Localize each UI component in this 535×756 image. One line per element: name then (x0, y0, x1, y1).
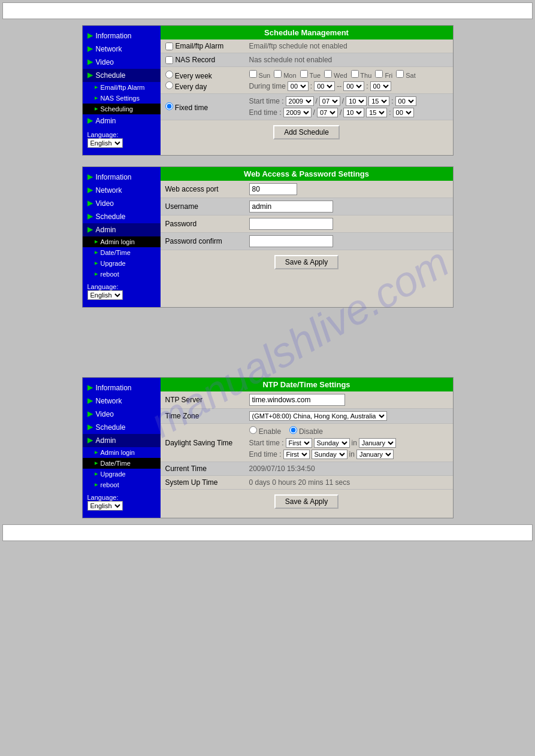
sidebar-subitem-scheduling-1[interactable]: Scheduling (83, 104, 161, 114)
sidebar-subitem-datetime-3[interactable]: Date/Time (83, 458, 161, 469)
web-access-header: Web Access & Password Settings (161, 167, 453, 181)
sidebar-item-network-2[interactable]: Network (83, 184, 161, 197)
top-bar (2, 2, 533, 19)
username-input[interactable] (249, 201, 333, 212)
table-row: Web access port (161, 181, 453, 198)
table-row: NAS Record Nas schedule not enabled (161, 53, 453, 67)
sidebar-item-video-3[interactable]: Video (83, 408, 161, 421)
wed-checkbox[interactable] (324, 70, 332, 78)
fri-checkbox[interactable] (375, 70, 383, 78)
start-year-select[interactable]: 2009 (286, 96, 314, 106)
sidebar-item-admin-1[interactable]: Admin (83, 114, 161, 127)
start-min-select[interactable]: 00 (395, 96, 416, 106)
end-day-select[interactable]: 10 (343, 108, 364, 117)
table-row: NTP Server (161, 391, 453, 409)
sidebar-subitem-nassettings-1[interactable]: NAS Settings (83, 93, 161, 104)
sidebar-item-schedule-1[interactable]: Schedule (83, 69, 161, 82)
schedule-management-panel: Information Network Video Schedule Email… (82, 25, 454, 156)
sidebar-item-information-2[interactable]: Information (83, 171, 161, 184)
arrow-icon (87, 59, 93, 65)
sub-arrow-icon (95, 86, 98, 89)
sidebar-item-network-3[interactable]: Network (83, 394, 161, 408)
sidebar-item-network-1[interactable]: Network (83, 42, 161, 56)
dst-end-day-select[interactable]: Sunday (312, 450, 347, 459)
dst-end-month-select[interactable]: January (356, 450, 394, 459)
dst-start-month-select[interactable]: January (359, 438, 396, 448)
fixed-time-row: Fixed time Start time : 2009/ 07/ 10 15:… (161, 94, 453, 120)
tue-checkbox[interactable] (300, 70, 308, 78)
daylight-disable-radio[interactable] (289, 426, 297, 434)
schedule-table: Email/ftp Alarm Email/ftp schedule not e… (161, 40, 453, 120)
language-select-2[interactable]: English (87, 290, 123, 300)
password-confirm-input[interactable] (249, 235, 333, 247)
end-month-select[interactable]: 07 (317, 108, 338, 117)
mon-checkbox[interactable] (274, 70, 282, 78)
ntp-server-input[interactable] (249, 394, 345, 406)
arrow-icon (87, 411, 93, 417)
every-week-radio[interactable] (165, 71, 173, 78)
thu-checkbox[interactable] (351, 70, 359, 78)
sidebar-subitem-adminlogin-3[interactable]: Admin login (83, 447, 161, 458)
arrow-icon (87, 33, 93, 39)
dst-start-day-select[interactable]: Sunday (314, 438, 350, 448)
password-input[interactable] (249, 218, 333, 230)
add-schedule-button[interactable]: Add Schedule (273, 125, 340, 139)
sidebar-item-admin-3[interactable]: Admin (83, 434, 161, 447)
end-year-select[interactable]: 2009 (283, 108, 312, 117)
sidebar-subitem-datetime-2[interactable]: Date/Time (83, 247, 161, 258)
sidebar-item-schedule-3[interactable]: Schedule (83, 421, 161, 434)
language-select-3[interactable]: English (87, 501, 123, 511)
sidebar-subitem-upgrade-2[interactable]: Upgrade (83, 258, 161, 269)
sub-arrow-icon (95, 251, 98, 254)
arrow-icon (87, 438, 93, 444)
timezone-select[interactable]: (GMT+08:00) China, Hong Kong, Australia … (249, 411, 387, 421)
sidebar-item-admin-2[interactable]: Admin (83, 223, 161, 236)
during-hour-select[interactable]: 00 (288, 81, 309, 91)
table-row: Password confirm (161, 233, 453, 250)
end-hour-select[interactable]: 15 (366, 108, 387, 117)
web-access-panel: Information Network Video Schedule Admin (82, 166, 454, 308)
sidebar-subitem-emailftp-1[interactable]: Email/ftp Alarm (83, 82, 161, 93)
arrow-icon (87, 227, 93, 233)
sat-checkbox[interactable] (396, 70, 404, 78)
sun-checkbox[interactable] (249, 70, 257, 78)
save-apply-button-2[interactable]: Save & Apply (274, 255, 338, 269)
sidebar-2: Information Network Video Schedule Admin (83, 167, 161, 307)
daylight-row: Daylight Saving Time Enable Disable Star… (161, 424, 453, 462)
every-day-radio[interactable] (165, 81, 173, 89)
during-hour2-select[interactable]: 00 (343, 81, 364, 91)
sidebar-item-information-3[interactable]: Information (83, 381, 161, 394)
ntp-header: NTP Date/Time Settings (161, 378, 453, 391)
end-min-select[interactable]: 00 (393, 108, 414, 117)
daylight-enable-radio[interactable] (249, 426, 257, 434)
sidebar-subitem-reboot-2[interactable]: reboot (83, 269, 161, 280)
during-min1-select[interactable]: 00 (314, 81, 335, 91)
sidebar-subitem-upgrade-3[interactable]: Upgrade (83, 469, 161, 479)
sidebar-item-video-2[interactable]: Video (83, 197, 161, 210)
save-apply-button-3[interactable]: Save & Apply (274, 494, 338, 509)
language-selector-1: Language: English (83, 127, 161, 151)
sidebar-item-video-1[interactable]: Video (83, 56, 161, 69)
web-access-port-input[interactable] (249, 183, 297, 195)
uptime-row: System Up Time 0 days 0 hours 20 mins 11… (161, 476, 453, 490)
start-month-select[interactable]: 07 (319, 96, 340, 106)
during-min2-select[interactable]: 00 (370, 81, 391, 91)
sidebar-subitem-adminlogin-2[interactable]: Admin login (83, 236, 161, 247)
arrow-icon (87, 201, 93, 207)
sidebar-3: Information Network Video Schedule Admin (83, 378, 161, 518)
arrow-icon (87, 214, 93, 220)
language-selector-2: Language: English (83, 280, 161, 303)
nasrecord-checkbox[interactable] (165, 56, 173, 64)
sidebar-item-information-1[interactable]: Information (83, 29, 161, 42)
sidebar-subitem-reboot-3[interactable]: reboot (83, 479, 161, 490)
fixed-time-radio[interactable] (165, 102, 173, 110)
dst-end-first-select[interactable]: First (283, 450, 310, 459)
emailftp-checkbox[interactable] (165, 42, 173, 50)
dst-start-first-select[interactable]: First (286, 438, 312, 448)
watermark-area: manualshlive.com (12, 318, 523, 366)
language-select-1[interactable]: English (87, 138, 123, 148)
sidebar-item-schedule-2[interactable]: Schedule (83, 210, 161, 223)
sub-arrow-icon (95, 472, 98, 476)
start-hour-select[interactable]: 15 (368, 96, 389, 106)
start-day-select[interactable]: 10 (346, 96, 367, 106)
